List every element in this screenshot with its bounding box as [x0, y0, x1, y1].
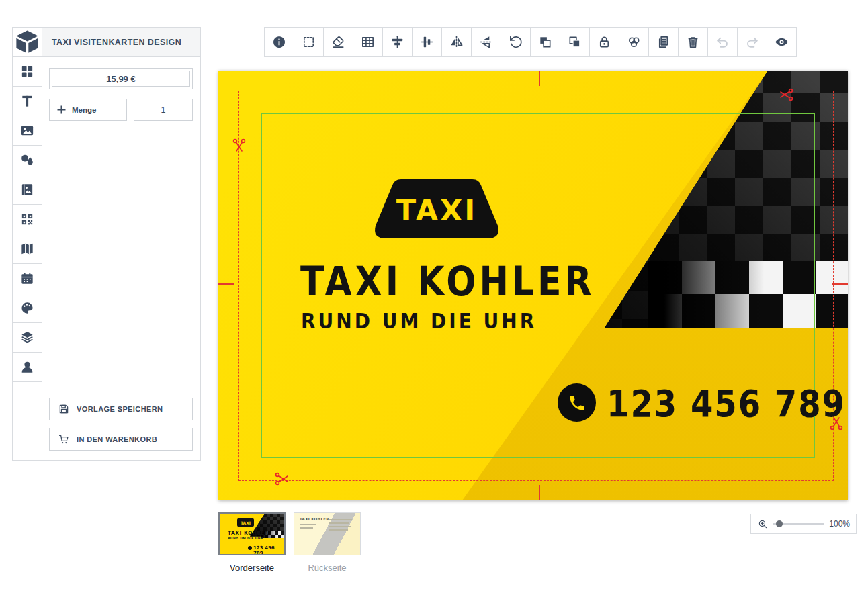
shapes-icon: [19, 152, 35, 168]
sidebar-item-maps[interactable]: [13, 234, 42, 264]
sidebar-item-products[interactable]: [13, 28, 42, 57]
text-line-placeholder: [329, 526, 351, 527]
layers-icon: [19, 330, 35, 345]
delete-button[interactable]: [678, 27, 708, 57]
sidebar-item-text[interactable]: [13, 87, 42, 116]
eraser-icon: [331, 34, 346, 50]
price-field-frame: [49, 68, 193, 89]
thumbnail-back-company-text: TAXI KOHLER: [300, 517, 329, 521]
eraser-button[interactable]: [323, 27, 353, 57]
card-phone-group[interactable]: 123 456 789: [558, 383, 846, 422]
price-input[interactable]: [52, 71, 190, 87]
add-to-cart-button[interactable]: IN DEN WARENKORB: [49, 428, 193, 451]
text-icon: [19, 93, 35, 109]
align-vertical-center-button[interactable]: [412, 27, 442, 57]
sidebar-item-images[interactable]: [13, 116, 42, 146]
preview-button[interactable]: [767, 27, 797, 57]
lock-icon: [597, 34, 612, 50]
calendar-icon: [19, 271, 35, 286]
card-company-text[interactable]: TAXI KOHLER: [300, 257, 595, 305]
thumbnail-phone-icon: [248, 546, 252, 550]
templates-icon: [19, 64, 35, 79]
flip-horizontal-icon: [449, 34, 464, 50]
zoom-in-icon[interactable]: [757, 518, 769, 530]
plus-icon: [56, 105, 67, 115]
sidebar-item-layers[interactable]: [13, 323, 42, 353]
flip-horizontal-button[interactable]: [441, 27, 472, 57]
back-page-label[interactable]: Rückseite: [294, 563, 361, 573]
bring-forward-icon: [537, 34, 553, 50]
palette-icon: [19, 300, 35, 316]
page-thumbnail-back[interactable]: TAXI KOHLER: [294, 512, 361, 555]
save-icon: [58, 403, 70, 415]
eye-icon: [774, 34, 789, 50]
add-to-cart-label: IN DEN WARENKORB: [77, 435, 157, 443]
info-icon: [271, 34, 287, 50]
text-line-placeholder: [329, 529, 348, 531]
cart-icon: [58, 433, 70, 445]
duplicate-button[interactable]: [648, 27, 679, 57]
text-line-placeholder: [300, 527, 313, 529]
flip-vertical-button[interactable]: [471, 27, 501, 57]
rotate-left-button[interactable]: [501, 27, 531, 57]
quantity-button-label: Menge: [72, 106, 96, 114]
sidebar-item-effects[interactable]: [13, 293, 42, 323]
zoom-slider[interactable]: [773, 523, 824, 525]
sidebar-item-qr-code[interactable]: [13, 205, 42, 234]
card-tagline-text[interactable]: RUND UM DIE UHR: [301, 309, 537, 334]
select-button[interactable]: [294, 27, 324, 57]
thumbnail-taxi-sign: TAXI: [237, 518, 254, 527]
taxi-sign-logo[interactable]: TAXI: [370, 177, 504, 241]
scissors-icon: [778, 87, 794, 103]
align-vertical-center-icon: [419, 34, 435, 50]
front-page-label[interactable]: Vorderseite: [218, 563, 286, 573]
align-horizontal-center-icon: [390, 34, 405, 50]
scissors-icon: [274, 471, 290, 487]
group-button[interactable]: [619, 27, 649, 57]
scissors-icon: [231, 138, 247, 154]
zoom-slider-knob[interactable]: [776, 520, 783, 527]
design-canvas[interactable]: TAXI TAXI KOHLER RUND UM DIE UHR 123 456…: [218, 71, 848, 500]
bring-forward-button[interactable]: [530, 27, 560, 57]
phone-icon: [558, 383, 596, 422]
sidebar-item-photo-book[interactable]: [13, 175, 42, 205]
left-panel: TAXI VISITENKARTEN DESIGN: [12, 27, 201, 461]
map-icon: [19, 241, 35, 257]
redo-button[interactable]: [737, 27, 767, 57]
account-icon: [19, 359, 35, 375]
panel-content: Menge VORLAGE SPEICHERN: [42, 57, 200, 460]
sidebar-item-shapes[interactable]: [13, 146, 42, 175]
flip-vertical-icon: [478, 34, 494, 50]
thumbnail-company-text: TAXI KOHLER: [228, 530, 269, 536]
table-button[interactable]: [353, 27, 383, 57]
crop-mark-left: [218, 283, 234, 285]
qr-code-icon: [19, 212, 35, 227]
sidebar-item-templates[interactable]: [13, 57, 42, 87]
marquee-select-icon: [301, 34, 316, 50]
page-thumbnail-front[interactable]: TAXI TAXI KOHLER RUND UM DIE UHR 123 456…: [218, 512, 286, 555]
photo-book-icon: [19, 182, 35, 197]
crop-mark-right: [832, 283, 848, 285]
zoom-control: 100%: [750, 514, 857, 534]
taxi-sign-text: TAXI: [396, 193, 477, 227]
undo-icon: [715, 34, 730, 50]
rotate-left-icon: [508, 34, 523, 50]
info-button[interactable]: [264, 27, 294, 57]
sidebar-item-calendar[interactable]: [13, 264, 42, 293]
duplicate-icon: [656, 34, 671, 50]
quantity-button[interactable]: Menge: [49, 99, 127, 121]
sidebar-item-account[interactable]: [13, 353, 42, 382]
crop-mark-top: [539, 71, 540, 86]
send-backward-button[interactable]: [560, 27, 590, 57]
tool-rail: [13, 57, 42, 460]
lock-button[interactable]: [589, 27, 619, 57]
text-line-placeholder: [300, 524, 316, 525]
quantity-input[interactable]: [134, 99, 193, 121]
save-template-label: VORLAGE SPEICHERN: [77, 405, 163, 413]
save-template-button[interactable]: VORLAGE SPEICHERN: [49, 398, 193, 420]
undo-button[interactable]: [707, 27, 738, 57]
table-icon: [360, 34, 376, 50]
thumbnail-phone-number: 123 456 789: [253, 545, 284, 555]
group-icon: [626, 34, 642, 50]
align-horizontal-center-button[interactable]: [382, 27, 413, 57]
